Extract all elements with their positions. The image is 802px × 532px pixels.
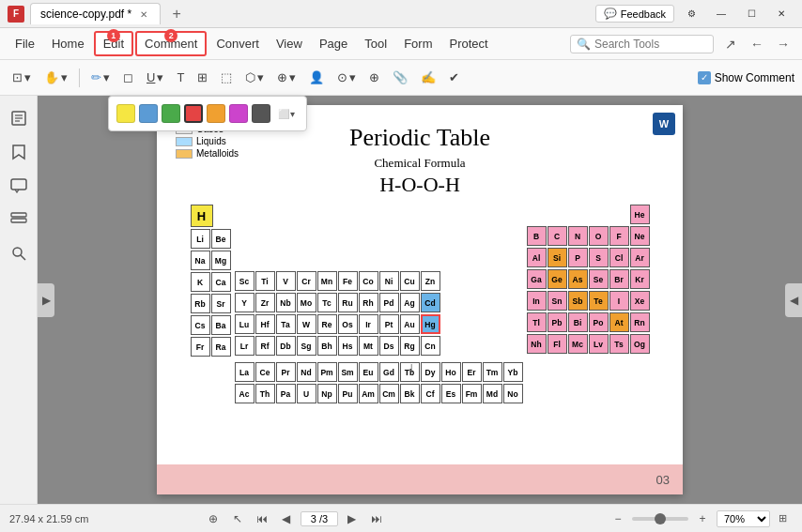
search-bar[interactable]: 🔍 — [570, 35, 714, 53]
menu-page[interactable]: Page — [312, 33, 355, 54]
color-red[interactable] — [184, 104, 203, 123]
menu-form[interactable]: Form — [396, 33, 440, 54]
menu-file[interactable]: File — [8, 33, 42, 54]
element-Cd: Cd — [421, 293, 440, 312]
page-input[interactable] — [301, 511, 338, 526]
expand-left-button[interactable]: ▶ — [38, 283, 54, 317]
element-Ge: Ge — [548, 269, 567, 289]
element-At: At — [609, 312, 629, 332]
color-orange[interactable] — [207, 104, 225, 123]
element-Fr: Fr — [191, 337, 210, 357]
menu-protect[interactable]: Protect — [441, 33, 495, 54]
titlebar-right: 💬 Feedback ⚙ — ☐ ✕ — [595, 4, 794, 24]
paperclip-tool[interactable]: 📎 — [388, 66, 412, 90]
first-page-button[interactable]: ⏮ — [252, 509, 272, 529]
sign-tool[interactable]: ✍ — [416, 66, 440, 90]
select-tool[interactable]: ⊡▾ — [8, 66, 36, 90]
element-S: S — [589, 248, 609, 267]
element-Tb: Tb — [400, 362, 420, 382]
eraser-tool[interactable]: ◻ — [118, 66, 138, 90]
text-icon: T — [177, 70, 184, 84]
menu-edit[interactable]: 1 Edit — [94, 31, 133, 56]
close-button[interactable]: ✕ — [768, 4, 794, 24]
element-Ce: Ce — [255, 362, 275, 382]
fullscreen-button[interactable]: ⊞ — [774, 509, 793, 528]
maximize-button[interactable]: ☐ — [738, 4, 764, 24]
zoom-select[interactable]: 70% 50% 75% 100% 125% 150% — [717, 510, 770, 527]
color-blue[interactable] — [139, 104, 158, 123]
element-He: He — [630, 205, 650, 224]
measurement-tool[interactable]: ⊕▾ — [272, 66, 301, 90]
element-Au: Au — [400, 314, 420, 334]
element-Ar: Ar — [630, 248, 650, 267]
sidebar-bookmark[interactable] — [4, 137, 34, 167]
sidebar-comment[interactable] — [4, 171, 34, 201]
color-purple[interactable] — [229, 104, 248, 123]
element-Rb: Rb — [191, 294, 210, 313]
element-Ni: Ni — [379, 271, 399, 291]
show-comment-checkbox[interactable]: ✓ — [698, 71, 711, 84]
menu-home[interactable]: Home — [44, 33, 92, 54]
element-Db: Db — [276, 336, 296, 356]
stamp-tool[interactable]: ⬚ — [216, 66, 237, 90]
element-Cm: Cm — [379, 384, 399, 403]
page-size-label: 27.94 x 21.59 cm — [9, 513, 88, 524]
cursor-nav-icon[interactable]: ⊕ — [203, 509, 224, 529]
element-Ho: Ho — [441, 362, 461, 382]
link-tool[interactable]: ⊕ — [364, 66, 384, 90]
titlebar-left: F science-copy.pdf * ✕ + — [8, 3, 187, 24]
search-input[interactable] — [594, 38, 707, 51]
shapes-tool[interactable]: ⬡▾ — [240, 66, 269, 90]
next-page-button[interactable]: ▶ — [342, 509, 362, 529]
element-Bk: Bk — [400, 384, 420, 403]
cursor-indicator: | — [410, 363, 412, 372]
person-tool[interactable]: 👤 — [304, 66, 329, 90]
legend-metalloids-box — [176, 149, 193, 159]
document-tab[interactable]: science-copy.pdf * ✕ — [30, 3, 161, 24]
hand-icon: ✋ — [44, 70, 59, 84]
word-export-icon[interactable]: W — [653, 113, 675, 135]
element-Hf: Hf — [255, 314, 275, 334]
underline-icon: U — [147, 70, 155, 84]
sidebar-layers[interactable] — [4, 205, 34, 235]
bookmark-icon — [11, 144, 26, 160]
cursor-select-icon[interactable]: ↖ — [227, 509, 248, 529]
markup-tool[interactable]: ✔ — [444, 66, 464, 90]
element-Cr: Cr — [297, 271, 316, 291]
external-link-icon[interactable]: ↗ — [719, 33, 742, 55]
color-green[interactable] — [162, 104, 180, 123]
menu-tool[interactable]: Tool — [357, 33, 394, 54]
prev-page-button[interactable]: ◀ — [276, 509, 297, 529]
text-tool[interactable]: T — [172, 66, 189, 90]
color-yellow[interactable] — [116, 104, 135, 123]
tab-close-button[interactable]: ✕ — [137, 8, 150, 21]
back-icon[interactable]: ← — [746, 33, 768, 55]
hand-tool[interactable]: ✋▾ — [39, 66, 72, 90]
element-Sb: Sb — [568, 291, 588, 311]
zoom-in-button[interactable]: + — [692, 509, 713, 529]
new-tab-button[interactable]: + — [166, 4, 187, 24]
textbox-tool[interactable]: ⊞ — [193, 66, 212, 90]
color-dark[interactable] — [252, 104, 270, 123]
show-comment-toggle[interactable]: ✓ Show Comment — [698, 71, 794, 84]
minimize-button[interactable]: — — [708, 4, 734, 24]
menu-convert[interactable]: Convert — [208, 33, 267, 54]
settings-button[interactable]: ⚙ — [678, 4, 704, 24]
menu-comment[interactable]: 2 Comment — [135, 31, 207, 56]
expand-right-button[interactable]: ◀ — [785, 283, 802, 317]
element-Po: Po — [589, 312, 609, 332]
forward-icon[interactable]: → — [772, 33, 794, 55]
sidebar-pages[interactable] — [4, 103, 34, 133]
last-page-button[interactable]: ⏭ — [366, 509, 387, 529]
menu-view[interactable]: View — [269, 33, 310, 54]
zoom-out-button[interactable]: − — [608, 509, 628, 529]
zoom-slider[interactable] — [632, 517, 688, 521]
color-border-picker[interactable]: ⬜▾ — [274, 104, 299, 123]
element-Pb: Pb — [548, 312, 567, 332]
element-N: N — [568, 226, 588, 246]
underline-tool[interactable]: U▾ — [142, 66, 168, 90]
draw-tool[interactable]: ✏▾ — [86, 66, 115, 90]
share-tool[interactable]: ⊙▾ — [332, 66, 361, 90]
feedback-button[interactable]: 💬 Feedback — [595, 5, 674, 23]
sidebar-search[interactable] — [4, 238, 34, 268]
